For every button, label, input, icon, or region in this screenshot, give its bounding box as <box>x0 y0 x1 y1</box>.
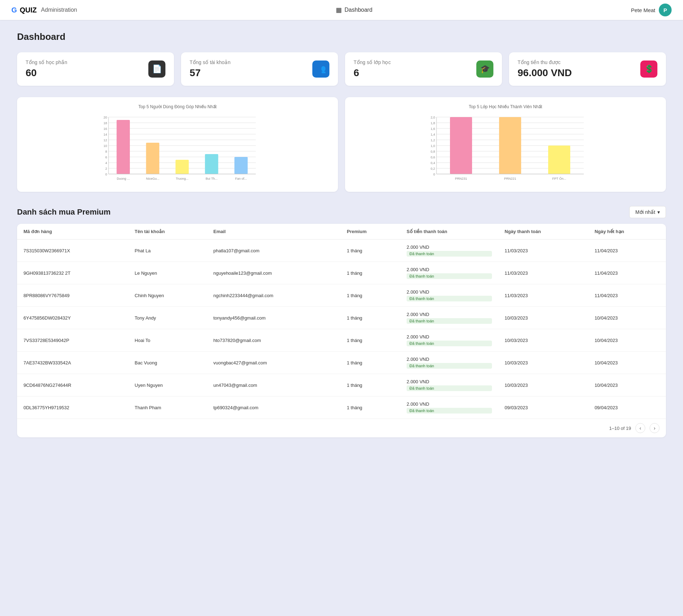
cell-id: 6Y475856DW028432Y <box>17 307 128 329</box>
stat-icon-2: 🎓 <box>476 60 493 78</box>
cell-amount: 2.000 VND Đã thanh toán <box>400 329 498 352</box>
svg-text:2: 2 <box>105 167 107 170</box>
stat-label-1: Tổng số tài khoản <box>190 59 231 65</box>
cell-id: 7AE37432BW333542A <box>17 352 128 374</box>
cell-email: vuongbac427@gmail.com <box>207 352 340 374</box>
user-name: Pete Meat <box>631 7 655 13</box>
svg-text:Truong...: Truong... <box>176 177 189 180</box>
svg-text:10: 10 <box>104 144 107 148</box>
svg-text:PRN231: PRN231 <box>455 177 467 180</box>
cell-plan: 1 tháng <box>340 284 400 307</box>
logo-quiz: QUIZ <box>20 6 37 14</box>
cell-pay-date: 11/03/2023 <box>498 239 588 262</box>
admin-label: Administration <box>41 7 77 13</box>
cell-email: tonyandy456@gmail.com <box>207 307 340 329</box>
cell-plan: 1 tháng <box>340 374 400 396</box>
th-6: Ngày hết hạn <box>588 224 666 239</box>
cell-id: 9GH093813736232 2T <box>17 262 128 284</box>
cell-name: Phat La <box>128 239 207 262</box>
table-row: 7VS33728E5349042P Hoai To hto737820@gmai… <box>17 329 666 352</box>
avatar[interactable]: P <box>659 4 672 16</box>
cell-exp-date: 11/04/2023 <box>588 262 666 284</box>
filter-dropdown[interactable]: Mới nhất ▾ <box>629 206 666 218</box>
stat-label-2: Tổng số lớp học <box>354 59 391 65</box>
svg-text:Duong ...: Duong ... <box>117 177 130 180</box>
cell-pay-date: 10/03/2023 <box>498 374 588 396</box>
cell-name: Bac Vuong <box>128 352 207 374</box>
cell-id: 8PR88086VY7675849 <box>17 284 128 307</box>
page-title: Dashboard <box>17 31 666 42</box>
cell-plan: 1 tháng <box>340 396 400 419</box>
svg-text:1,2: 1,2 <box>430 138 435 142</box>
cell-pay-date: 11/03/2023 <box>498 284 588 307</box>
cell-name: Thanh Pham <box>128 396 207 419</box>
cell-id: 9CD64876NG274644R <box>17 374 128 396</box>
cell-plan: 1 tháng <box>340 329 400 352</box>
svg-text:12: 12 <box>104 138 107 142</box>
status-badge: Đã thanh toán <box>407 296 492 301</box>
table-body: 7S315030W2366971X Phat La phatla107@gmai… <box>17 239 666 419</box>
cell-amount: 2.000 VND Đã thanh toán <box>400 284 498 307</box>
table-row: 6Y475856DW028432Y Tony Andy tonyandy456@… <box>17 307 666 329</box>
cell-plan: 1 tháng <box>340 352 400 374</box>
nav-dashboard[interactable]: ▦ Dashboard <box>336 6 372 14</box>
cell-name: Hoai To <box>128 329 207 352</box>
table-row: 7AE37432BW333542A Bac Vuong vuongbac427@… <box>17 352 666 374</box>
cell-exp-date: 10/04/2023 <box>588 352 666 374</box>
stat-card-1: Tổng số tài khoản 57 👥 <box>181 52 338 86</box>
table-header-row: Mã đơn hàngTên tài khoảnEmailPremiumSố t… <box>17 224 666 239</box>
svg-text:14: 14 <box>104 133 107 136</box>
stat-card-left-2: Tổng số lớp học 6 <box>354 59 391 79</box>
svg-text:4: 4 <box>105 161 107 165</box>
cell-pay-date: 09/03/2023 <box>498 396 588 419</box>
svg-rect-22 <box>117 120 130 174</box>
chart1-svg: 02468101214161820Duong ...NiceGu...Truon… <box>24 114 331 185</box>
table-row: 0DL36775YH9719532 Thanh Pham tp690324@gm… <box>17 396 666 419</box>
chart-card-1: Top 5 Người Dùng Đóng Góp Nhiều Nhất 024… <box>17 97 338 192</box>
grid-icon: ▦ <box>336 6 342 14</box>
cell-id: 7S315030W2366971X <box>17 239 128 262</box>
svg-text:1,0: 1,0 <box>430 144 435 148</box>
cell-id: 7VS33728E5349042P <box>17 329 128 352</box>
cell-exp-date: 09/04/2023 <box>588 396 666 419</box>
stat-card-left-1: Tổng số tài khoản 57 <box>190 59 231 79</box>
cell-email: phatla107@gmail.com <box>207 239 340 262</box>
cell-amount: 2.000 VND Đã thanh toán <box>400 239 498 262</box>
cell-name: Le Nguyen <box>128 262 207 284</box>
svg-rect-28 <box>205 154 218 174</box>
nav-dashboard-label: Dashboard <box>345 7 372 13</box>
chart2-container: 00,20,40,60,81,01,21,41,61,82,0PRN231PRN… <box>352 114 659 185</box>
stat-value-0: 60 <box>26 67 67 79</box>
stat-icon-1: 👥 <box>312 60 329 78</box>
svg-text:0,6: 0,6 <box>430 156 435 159</box>
next-page-button[interactable]: › <box>650 423 660 433</box>
svg-rect-26 <box>175 160 189 174</box>
table-row: 8PR88086VY7675849 Chinh Nguyen ngchinh22… <box>17 284 666 307</box>
cell-pay-date: 10/03/2023 <box>498 352 588 374</box>
stat-value-1: 57 <box>190 67 231 79</box>
table-head: Mã đơn hàngTên tài khoảnEmailPremiumSố t… <box>17 224 666 239</box>
svg-text:16: 16 <box>104 127 107 131</box>
prev-page-button[interactable]: ‹ <box>635 423 645 433</box>
chart2-title: Top 5 Lớp Học Nhiều Thành Viên Nhất <box>352 104 659 109</box>
th-1: Tên tài khoản <box>128 224 207 239</box>
svg-text:1,8: 1,8 <box>430 121 435 125</box>
svg-text:20: 20 <box>104 116 107 119</box>
cell-email: ngchinh2233444@gmail.com <box>207 284 340 307</box>
cell-name: Uyen Nguyen <box>128 374 207 396</box>
th-5: Ngày thanh toán <box>498 224 588 239</box>
cell-email: tp690324@gmail.com <box>207 396 340 419</box>
cell-pay-date: 11/03/2023 <box>498 262 588 284</box>
premium-table-card: Mã đơn hàngTên tài khoảnEmailPremiumSố t… <box>17 224 666 437</box>
svg-rect-56 <box>450 117 472 174</box>
stat-card-left-0: Tổng số học phần 60 <box>26 59 67 79</box>
chart-card-2: Top 5 Lớp Học Nhiều Thành Viên Nhất 00,2… <box>345 97 666 192</box>
svg-rect-60 <box>548 146 570 174</box>
svg-rect-58 <box>499 117 521 174</box>
cell-exp-date: 11/04/2023 <box>588 284 666 307</box>
cell-amount: 2.000 VND Đã thanh toán <box>400 396 498 419</box>
svg-text:18: 18 <box>104 121 107 125</box>
table-scroll[interactable]: Mã đơn hàngTên tài khoảnEmailPremiumSố t… <box>17 224 666 418</box>
svg-text:NiceGu...: NiceGu... <box>146 177 159 180</box>
status-badge: Đã thanh toán <box>407 363 492 369</box>
